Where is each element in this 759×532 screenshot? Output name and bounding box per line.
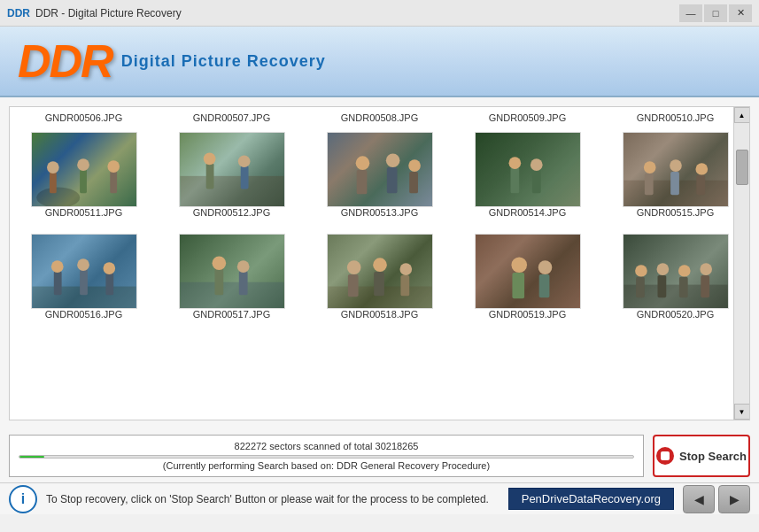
svg-rect-33 — [80, 269, 88, 295]
title-bar: DDR DDR - Digital Picture Recovery — □ ✕ — [0, 0, 759, 27]
label-520: GNDR00520.JPG — [637, 309, 714, 320]
svg-point-39 — [212, 256, 226, 270]
svg-point-52 — [538, 260, 552, 274]
thumb-cell-519[interactable]: GNDR00519.JPG — [453, 230, 601, 327]
svg-rect-10 — [240, 166, 248, 189]
svg-rect-31 — [53, 271, 61, 295]
scroll-track[interactable] — [734, 123, 749, 404]
progress-bar-fill — [19, 456, 44, 458]
svg-rect-38 — [214, 267, 223, 295]
scrollbar[interactable]: ▲ ▼ — [733, 107, 749, 420]
svg-rect-19 — [510, 167, 519, 193]
stop-search-button[interactable]: Stop Search — [653, 435, 750, 477]
svg-point-12 — [355, 156, 369, 170]
label-510: GNDR00510.JPG — [601, 112, 749, 123]
svg-rect-56 — [636, 277, 645, 297]
label-509: GNDR00509.JPG — [453, 112, 601, 123]
svg-rect-37 — [180, 282, 283, 308]
app-title-area: Digital Picture Recovery — [121, 52, 326, 71]
thumb-cell-515[interactable]: GNDR00515.JPG — [601, 128, 749, 225]
thumb-cell-518[interactable]: GNDR00518.JPG — [306, 230, 453, 327]
thumb-img-512 — [179, 132, 285, 207]
thumb-img-520 — [623, 234, 729, 309]
svg-rect-35 — [105, 273, 113, 295]
svg-rect-48 — [400, 275, 409, 296]
svg-rect-21 — [531, 169, 540, 193]
stop-search-label: Stop Search — [679, 450, 747, 463]
grid-content: GNDR00506.JPG GNDR00507.JPG GNDR00508.JP… — [10, 107, 749, 420]
svg-point-45 — [373, 258, 387, 272]
title-bar-controls: — □ ✕ — [679, 4, 752, 22]
thumbnail-grid-container: GNDR00506.JPG GNDR00507.JPG GNDR00508.JP… — [9, 106, 750, 420]
label-518: GNDR00518.JPG — [341, 309, 418, 320]
thumb-img-516 — [31, 234, 137, 309]
grid-main: GNDR00506.JPG GNDR00507.JPG GNDR00508.JP… — [10, 107, 749, 420]
thumb-cell-520[interactable]: GNDR00520.JPG — [601, 230, 749, 327]
svg-point-2 — [47, 161, 59, 173]
svg-rect-40 — [238, 271, 247, 295]
svg-point-14 — [385, 153, 399, 167]
main-content: GNDR00506.JPG GNDR00507.JPG GNDR00508.JP… — [0, 97, 759, 429]
thumb-cell-511[interactable]: GNDR00511.JPG — [10, 128, 158, 225]
label-516: GNDR00516.JPG — [45, 309, 122, 320]
svg-point-34 — [77, 258, 89, 271]
svg-point-11 — [237, 155, 250, 167]
progress-main-text: 822272 sectors scanned of total 30218265 — [19, 441, 634, 451]
svg-point-47 — [399, 263, 412, 275]
progress-bar-container — [19, 455, 634, 459]
progress-sub-text: (Currently performing Search based on: D… — [19, 460, 634, 471]
svg-point-28 — [695, 163, 708, 175]
svg-point-22 — [530, 158, 542, 171]
minimize-button[interactable]: — — [679, 4, 702, 22]
scroll-up-arrow[interactable]: ▲ — [734, 107, 750, 123]
svg-point-50 — [511, 257, 527, 273]
svg-point-6 — [107, 160, 120, 173]
app-header: DDR Digital Picture Recovery — [0, 27, 759, 97]
svg-point-24 — [643, 161, 655, 173]
label-517: GNDR00517.JPG — [193, 309, 270, 320]
app-icon: DDR — [7, 7, 30, 19]
thumb-cell-514[interactable]: GNDR00514.JPG — [453, 128, 601, 225]
svg-rect-13 — [356, 170, 367, 194]
label-513: GNDR00513.JPG — [341, 207, 418, 218]
thumb-img-514 — [475, 132, 581, 207]
svg-point-20 — [508, 157, 521, 169]
svg-point-55 — [635, 265, 647, 277]
info-icon: i — [9, 485, 37, 513]
label-519: GNDR00519.JPG — [489, 309, 566, 320]
thumb-cell-516[interactable]: GNDR00516.JPG — [10, 230, 158, 327]
svg-point-4 — [77, 158, 89, 171]
label-506: GNDR00506.JPG — [10, 112, 158, 123]
prev-button[interactable]: ◀ — [683, 485, 715, 513]
thumb-cell-512[interactable]: GNDR00512.JPG — [158, 128, 306, 225]
top-labels-row: GNDR00506.JPG GNDR00507.JPG GNDR00508.JP… — [10, 107, 749, 128]
thumb-cell-513[interactable]: GNDR00513.JPG — [306, 128, 453, 225]
thumb-row-3: GNDR00516.JPG — [10, 230, 749, 332]
thumb-cell-517[interactable]: GNDR00517.JPG — [158, 230, 306, 327]
thumb-img-515 — [623, 132, 729, 207]
svg-rect-53 — [538, 274, 549, 297]
svg-rect-18 — [476, 133, 579, 206]
svg-point-59 — [678, 265, 690, 277]
close-button[interactable]: ✕ — [729, 4, 752, 22]
svg-point-32 — [50, 260, 63, 273]
title-bar-left: DDR DDR - Digital Picture Recovery — [7, 7, 182, 19]
svg-point-41 — [236, 260, 249, 273]
svg-rect-25 — [644, 173, 653, 195]
svg-point-36 — [103, 262, 115, 274]
svg-rect-3 — [80, 169, 87, 193]
rows-container: GNDR00506.JPG GNDR00507.JPG GNDR00508.JP… — [10, 107, 749, 420]
maximize-button[interactable]: □ — [704, 4, 727, 22]
next-button[interactable]: ▶ — [718, 485, 750, 513]
svg-rect-17 — [409, 172, 418, 193]
svg-point-26 — [670, 159, 682, 172]
label-508: GNDR00508.JPG — [306, 112, 453, 123]
progress-box: 822272 sectors scanned of total 30218265… — [9, 435, 644, 477]
stop-icon — [656, 447, 674, 465]
scroll-down-arrow[interactable]: ▼ — [734, 404, 750, 420]
status-text: To Stop recovery, click on 'Stop Search'… — [46, 493, 500, 505]
scroll-thumb[interactable] — [736, 150, 748, 185]
thumb-img-513 — [327, 132, 433, 207]
label-511: GNDR00511.JPG — [45, 207, 122, 218]
thumb-img-519 — [475, 234, 581, 309]
